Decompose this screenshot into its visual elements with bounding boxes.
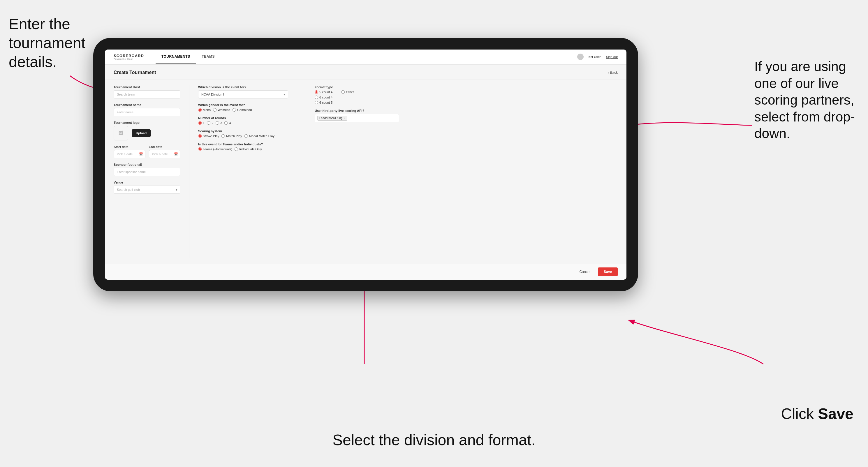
sponsor-input[interactable]	[114, 168, 180, 176]
logo-area: SCOREBOARD Powered by Clippit	[114, 54, 144, 60]
rounds-4-radio[interactable]	[224, 121, 228, 125]
format-other[interactable]: Other	[341, 90, 354, 94]
live-scoring-group: Use third-party live scoring API? Leader…	[315, 109, 399, 122]
scoring-stroke[interactable]: Stroke Play	[198, 134, 219, 138]
format-options-container: 5 count 4 6 count 4 6 count 5	[315, 90, 399, 104]
calendar-icon: 📅	[139, 152, 143, 156]
calendar-icon-end: 📅	[174, 152, 178, 156]
right-column: Format type 5 count 4	[306, 85, 399, 258]
search-team-input[interactable]	[114, 90, 180, 98]
venue-select-wrapper	[114, 186, 180, 194]
scoring-tag-close[interactable]: ×	[344, 117, 346, 120]
gender-womens-radio[interactable]	[213, 108, 216, 112]
sponsor-label: Sponsor (optional)	[114, 163, 180, 166]
format-other-radio[interactable]	[341, 90, 345, 94]
format-5count4-radio[interactable]	[315, 90, 318, 94]
annotation-topleft: Enter the tournament details.	[9, 14, 102, 71]
event-individuals[interactable]: Individuals Only	[235, 148, 262, 151]
rounds-3-label: 3	[220, 121, 222, 125]
top-nav: SCOREBOARD Powered by Clippit TOURNAMENT…	[105, 50, 626, 65]
rounds-2-label: 2	[212, 121, 213, 125]
upload-button[interactable]: Upload	[132, 129, 151, 137]
tournament-name-group: Tournament name	[114, 103, 180, 116]
date-row: Start date 📅 End date 📅	[114, 145, 180, 158]
scoring-medal-match-radio[interactable]	[244, 134, 248, 138]
cancel-button[interactable]: Cancel	[575, 268, 595, 276]
gender-womens-label: Womens	[218, 108, 230, 112]
tournament-host-group: Tournament Host	[114, 85, 180, 98]
format-type-group: Format type 5 count 4	[315, 85, 399, 104]
scoring-stroke-radio[interactable]	[198, 134, 202, 138]
back-link[interactable]: ‹ Back	[608, 70, 618, 74]
tournament-name-input[interactable]	[114, 108, 180, 116]
scoring-medal-match-label: Medal Match Play	[249, 134, 275, 138]
gender-combined-radio[interactable]	[232, 108, 236, 112]
format-6count5[interactable]: 6 count 5	[315, 101, 333, 104]
rounds-4[interactable]: 4	[224, 121, 231, 125]
division-select-wrapper: NCAA Division I	[198, 90, 288, 98]
format-right: Other	[341, 90, 354, 104]
rounds-3-radio[interactable]	[216, 121, 219, 125]
division-select[interactable]: NCAA Division I	[198, 90, 288, 98]
signout-link[interactable]: Sign out	[606, 55, 618, 59]
logo-upload-area: 🖼 Upload	[114, 126, 180, 141]
event-teams[interactable]: Teams (+Individuals)	[198, 148, 232, 151]
tournament-logo-label: Tournament logo	[114, 121, 180, 124]
event-individuals-radio[interactable]	[235, 148, 238, 151]
tournament-name-label: Tournament name	[114, 103, 180, 106]
gender-mens-radio[interactable]	[198, 108, 202, 112]
middle-column: Which division is the event for? NCAA Di…	[198, 85, 297, 258]
tournament-host-label: Tournament Host	[114, 85, 180, 89]
format-6count4-label: 6 count 4	[319, 96, 333, 99]
format-5count4[interactable]: 5 count 4	[315, 90, 333, 94]
rounds-2-radio[interactable]	[207, 121, 210, 125]
scoring-match-radio[interactable]	[221, 134, 225, 138]
scoring-match[interactable]: Match Play	[221, 134, 242, 138]
tab-teams[interactable]: TEAMS	[196, 50, 221, 64]
live-scoring-label: Use third-party live scoring API?	[315, 109, 399, 113]
scoring-stroke-label: Stroke Play	[203, 134, 219, 138]
rounds-1[interactable]: 1	[198, 121, 205, 125]
format-6count5-radio[interactable]	[315, 101, 318, 104]
scoring-tag: Leaderboard King ×	[317, 116, 347, 121]
logo-preview: 🖼	[114, 126, 128, 141]
gender-womens[interactable]: Womens	[213, 108, 230, 112]
rounds-4-label: 4	[229, 121, 231, 125]
scoring-medal-match[interactable]: Medal Match Play	[244, 134, 275, 138]
live-scoring-input[interactable]: Leaderboard King ×	[315, 114, 399, 122]
save-button[interactable]: Save	[598, 268, 618, 276]
tablet-frame: SCOREBOARD Powered by Clippit TOURNAMENT…	[93, 38, 638, 291]
nav-tabs: TOURNAMENTS TEAMS	[156, 50, 221, 64]
bottomright-bold: Save	[818, 405, 854, 422]
format-6count4[interactable]: 6 count 4	[315, 96, 333, 99]
annotation-bottom: Select the division and format.	[333, 431, 535, 449]
logo-text: SCOREBOARD	[114, 54, 144, 58]
rounds-3[interactable]: 3	[216, 121, 222, 125]
gender-combined[interactable]: Combined	[232, 108, 252, 112]
nav-right: Test User | Sign out	[577, 54, 618, 60]
venue-group: Venue	[114, 181, 180, 194]
start-date-label: Start date	[114, 145, 145, 149]
gender-mens[interactable]: Mens	[198, 108, 211, 112]
scoring-match-label: Match Play	[226, 134, 242, 138]
tablet-screen: SCOREBOARD Powered by Clippit TOURNAMENT…	[105, 50, 626, 280]
gender-radio-group: Mens Womens Combined	[198, 108, 288, 112]
start-date-group: Start date 📅	[114, 145, 145, 158]
rounds-2[interactable]: 2	[207, 121, 213, 125]
start-date-wrapper: 📅	[114, 150, 145, 158]
annotation-topright: If you are using one of our live scoring…	[754, 58, 859, 142]
image-icon: 🖼	[118, 130, 124, 136]
annotation-bottomright: Click Save	[781, 404, 854, 423]
event-type-radio-group: Teams (+Individuals) Individuals Only	[198, 148, 288, 151]
rounds-1-label: 1	[203, 121, 205, 125]
bottomright-prefix: Click	[781, 405, 818, 422]
tab-tournaments[interactable]: TOURNAMENTS	[156, 50, 196, 64]
rounds-1-radio[interactable]	[198, 121, 202, 125]
format-6count4-radio[interactable]	[315, 96, 318, 99]
scoring-group: Scoring system Stroke Play Match Play	[198, 129, 288, 138]
format-6count5-label: 6 count 5	[319, 101, 333, 104]
date-group: Start date 📅 End date 📅	[114, 145, 180, 158]
search-golf-club-input[interactable]	[114, 186, 180, 194]
event-teams-radio[interactable]	[198, 148, 202, 151]
rounds-group: Number of rounds 1 2	[198, 116, 288, 125]
